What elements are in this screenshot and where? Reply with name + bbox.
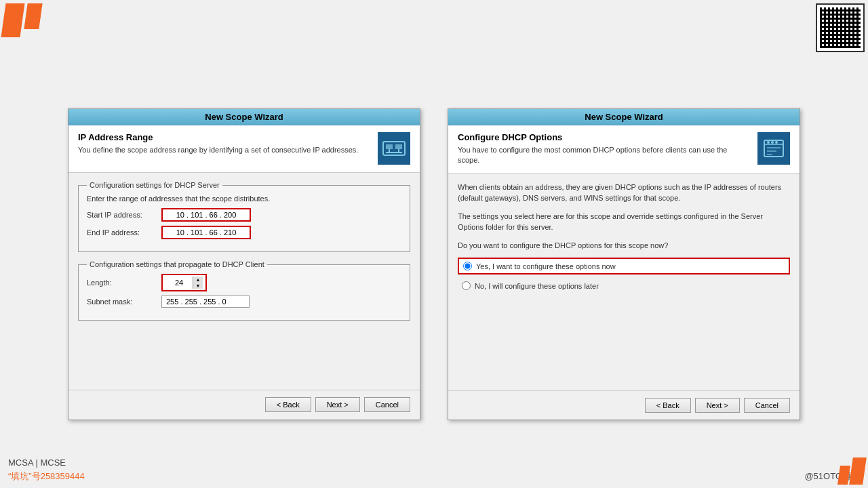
- end-ip-label: End IP address:: [87, 228, 161, 237]
- wizard1-next-button[interactable]: Next >: [315, 397, 360, 412]
- subnet-label: Subnet mask:: [87, 298, 161, 306]
- wizard2-header-text: Configure DHCP Options You have to confi…: [458, 132, 751, 166]
- length-spinner[interactable]: ▲ ▼: [193, 277, 203, 289]
- wizard2-next-button[interactable]: Next >: [695, 398, 740, 413]
- wizard1-back-button[interactable]: < Back: [265, 397, 311, 412]
- end-ip-field: [161, 226, 251, 239]
- length-label: Length:: [87, 279, 161, 287]
- wizard2-titlebar: New Scope Wizard: [448, 109, 800, 125]
- brand-line2: “填坑”号258359444: [8, 470, 85, 483]
- wizard2-header-desc: You have to configure the most common DH…: [458, 145, 751, 166]
- wizard2-text1: When clients obtain an address, they are…: [458, 182, 790, 204]
- length-down-button[interactable]: ▼: [193, 283, 203, 289]
- length-up-button[interactable]: ▲: [193, 277, 203, 283]
- length-field: ▲ ▼: [161, 274, 207, 291]
- network-icon: [382, 136, 406, 161]
- radio-yes-label: Yes, I want to configure these options n…: [476, 262, 616, 270]
- svg-rect-2: [395, 144, 402, 149]
- wizard1-footer: < Back Next > Cancel: [68, 390, 420, 419]
- start-ip-row: Start IP address:: [87, 208, 401, 222]
- end-ip-row: End IP address:: [87, 226, 401, 239]
- subnet-display: 255 . 255 . 255 . 0: [161, 296, 250, 308]
- length-input[interactable]: [165, 279, 193, 287]
- wizard2-back-button[interactable]: < Back: [645, 398, 691, 413]
- wizard2-footer: < Back Next > Cancel: [448, 390, 800, 420]
- wizard1-body: Configuration settings for DHCP Server E…: [68, 173, 420, 390]
- svg-point-8: [767, 141, 770, 144]
- wizard1-titlebar: New Scope Wizard: [68, 109, 420, 125]
- top-logo: [0, 0, 68, 47]
- radio-no-option[interactable]: No, I will configure these options later: [458, 279, 790, 293]
- svg-rect-13: [767, 154, 772, 155]
- radio-yes-input[interactable]: [463, 262, 472, 270]
- bottom-right-logo: [827, 447, 868, 488]
- svg-point-9: [771, 141, 774, 144]
- wizard1-header: IP Address Range You define the scope ad…: [68, 125, 420, 173]
- subnet-row: Subnet mask: 255 . 255 . 255 . 0: [87, 296, 401, 308]
- wizard1-header-title: IP Address Range: [78, 132, 371, 142]
- wizards-container: New Scope Wizard IP Address Range You de…: [34, 108, 834, 420]
- wizard1-window: New Scope Wizard IP Address Range You de…: [68, 108, 420, 420]
- wizard2-body: When clients obtain an address, they are…: [448, 174, 800, 390]
- wizard2-header-title: Configure DHCP Options: [458, 132, 751, 142]
- wizard1-cancel-button[interactable]: Cancel: [364, 397, 410, 412]
- brand-line1: MCSA | MCSE: [8, 456, 85, 470]
- radio-no-label: No, I will configure these options later: [475, 282, 599, 290]
- wizard2-header: Configure DHCP Options You have to confi…: [448, 125, 800, 174]
- wizard1-section1-legend: Configuration settings for DHCP Server: [87, 181, 222, 189]
- wizard1-header-icon: [378, 132, 410, 165]
- wizard2-question: Do you want to configure the DHCP option…: [458, 240, 790, 251]
- start-ip-field: [161, 208, 251, 222]
- wizard1-section1-note: Enter the range of addresses that the sc…: [87, 195, 401, 203]
- qr-code: [816, 3, 865, 52]
- wizard2-text2: The settings you select here are for thi…: [458, 211, 790, 233]
- wizard1-section2: Configuration settings that propagate to…: [78, 260, 410, 321]
- start-ip-label: Start IP address:: [87, 211, 161, 219]
- bottom-branding: MCSA | MCSE “填坑”号258359444: [8, 456, 85, 483]
- svg-point-10: [775, 141, 778, 144]
- radio-yes-option[interactable]: Yes, I want to configure these options n…: [458, 258, 790, 274]
- wizard1-header-desc: You define the scope address range by id…: [78, 145, 371, 155]
- svg-rect-12: [767, 150, 776, 152]
- wizard1-section2-legend: Configuration settings that propagate to…: [87, 260, 267, 268]
- dhcp-icon: [762, 136, 786, 161]
- svg-rect-11: [767, 147, 781, 148]
- wizard2-header-icon: [757, 132, 790, 165]
- start-ip-input[interactable]: [165, 211, 247, 219]
- end-ip-input[interactable]: [165, 228, 247, 237]
- length-row: Length: ▲ ▼: [87, 274, 401, 291]
- svg-rect-1: [386, 144, 393, 149]
- wizard2-cancel-button[interactable]: Cancel: [744, 398, 790, 413]
- wizard1-section1: Configuration settings for DHCP Server E…: [78, 181, 410, 252]
- radio-no-input[interactable]: [462, 281, 471, 290]
- wizard2-radio-group: Yes, I want to configure these options n…: [458, 258, 790, 293]
- wizard2-window: New Scope Wizard Configure DHCP Options …: [448, 108, 800, 420]
- wizard1-header-text: IP Address Range You define the scope ad…: [78, 132, 371, 155]
